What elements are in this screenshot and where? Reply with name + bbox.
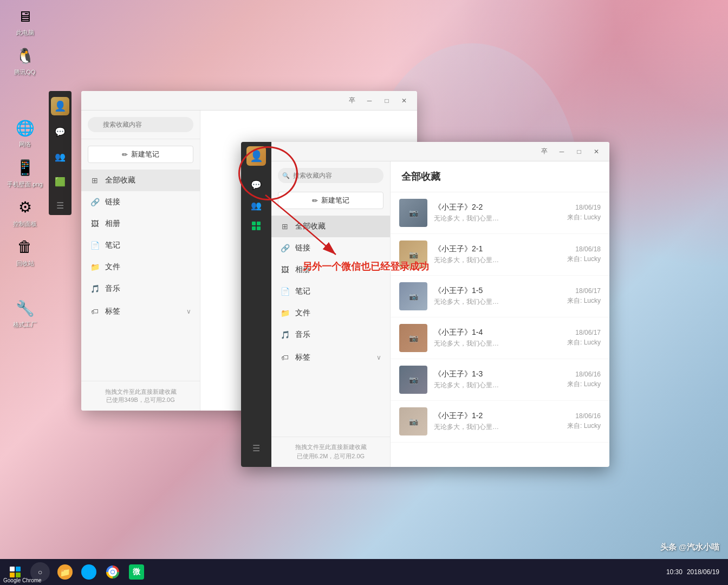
bg-grid-icon: ⊞ [90,176,100,185]
fg-search-input[interactable] [278,168,384,183]
fg-tag-icon: 🏷 [280,353,290,362]
bg-left-panel: 🔍 ✏ 新建笔记 ⊞ 全部收藏 🔗 链接 [81,110,200,411]
bg-link-icon: 🔗 [90,197,100,207]
mini-contact-icon[interactable]: 👥 [51,148,69,165]
item-title: 《小王子》1-3 [434,369,561,379]
item-source: 来自: Lucky [567,380,601,389]
fg-search-icon: 🔍 [282,172,290,179]
bg-pin-button[interactable]: 卒 [346,94,359,107]
item-date: 18/06/16 [567,412,601,420]
fg-contacts-icon[interactable]: 👥 [248,197,265,214]
desktop-icon-computer[interactable]: 🖥 此电脑 [5,5,44,36]
bg-minimize-button[interactable]: ─ [363,94,376,107]
svg-rect-0 [252,222,256,225]
bg-file-icon: 📁 [90,262,100,272]
taskbar-wechat[interactable]: 微 [126,561,147,583]
bg-close-button[interactable]: ✕ [398,94,411,107]
chrome-taskbar-label: Google Chrome [3,577,42,585]
bg-music-icon: 🎵 [90,284,100,294]
recycle-icon-label: 回收站 [16,260,34,267]
fg-maximize-button[interactable]: □ [573,145,586,158]
item-title: 《小王子》2-2 [434,203,561,212]
svg-point-7 [111,570,114,574]
item-description: 无论多大，我们心里… [434,381,561,390]
item-source: 来自: Lucky [567,338,601,347]
control-panel-icon-label: 控制面板 [13,220,37,227]
fg-footer-line1: 拖拽文件至此直接新建收藏 [277,443,385,452]
item-description: 无论多大，我们心里… [434,297,561,307]
fg-nav-links[interactable]: 🔗 链接 [271,237,390,259]
network-icon: 🌐 [14,117,36,139]
fg-nav-all-label: 全部收藏 [295,222,326,231]
bg-nav-tags[interactable]: 🏷 标签 ∨ [81,300,200,323]
360-browser-icon: 🌐 [81,564,96,580]
fg-nav-files[interactable]: 📁 文件 [271,302,390,324]
desktop-icon-network[interactable]: 🌐 网络 [5,117,44,148]
taskbar-search-icon: ○ [38,568,42,576]
bg-pencil-icon: ✏ [122,151,128,159]
fg-chat-icon[interactable]: 💬 [248,176,265,193]
fg-nav-music[interactable]: 🎵 音乐 [271,324,390,346]
fg-list-item[interactable]: 📷 《小王子》1-2 无论多大，我们心里… 18/06/16 来自: Lucky [391,401,609,443]
item-description: 无论多大，我们心里… [434,214,561,223]
fg-nav-notes[interactable]: 📄 笔记 [271,281,390,302]
fg-list-item[interactable]: 📷 《小王子》1-3 无论多大，我们心里… 18/06/16 来自: Lucky [391,359,609,401]
taskbar-file-manager[interactable]: 📁 [54,561,76,583]
svg-rect-2 [252,226,256,230]
fg-nav-tags[interactable]: 🏷 标签 ∨ [271,346,390,369]
item-description: 无论多大，我们心里… [434,422,561,432]
fg-menu-icon[interactable]: ☰ [248,439,265,457]
desktop-icon-recycle[interactable]: 🗑 回收站 [5,236,44,267]
desktop-icon-wallpaper[interactable]: 📱 手机壁面.png [5,157,44,188]
item-date: 18/06/17 [567,329,601,336]
mini-chat-icon[interactable]: 💬 [51,123,69,140]
desktop-icon-qq[interactable]: 🐧 腾讯QQ [5,45,44,76]
desktop-icon-control-panel[interactable]: ⚙ 控制面板 [5,197,44,227]
item-info: 《小王子》2-1 无论多大，我们心里… [434,244,561,265]
bg-nav-items: ⊞ 全部收藏 🔗 链接 🖼 相册 📄 笔记 [81,170,200,381]
fg-list-panel: 全部收藏 📷 《小王子》2-2 无论多大，我们心里… 18/06/19 来自: … [391,161,609,467]
fg-nav-panel: 🔍 ✏ 新建笔记 ⊞ 全部收藏 🔗 链接 [271,161,391,467]
desktop: 🖥 此电脑 🐧 腾讯QQ 🌐 网络 📱 手机壁面.png ⚙ 控制面板 🗑 回收… [0,0,728,585]
fg-nav-photos[interactable]: 🖼 相册 [271,259,390,281]
fg-list-item[interactable]: 📷 《小王子》1-4 无论多大，我们心里… 18/06/17 来自: Lucky [391,317,609,359]
fg-link-icon: 🔗 [280,243,290,253]
desktop-icon-format-factory[interactable]: 🔧 格式工厂 [5,297,44,328]
bg-maximize-button[interactable]: □ [380,94,393,107]
taskbar-date: 2018/06/19 [687,568,719,576]
fg-minimize-button[interactable]: ─ [555,145,568,158]
bg-nav-links[interactable]: 🔗 链接 [81,191,200,213]
bg-nav-photos[interactable]: 🖼 相册 [81,213,200,235]
fg-nav-all[interactable]: ⊞ 全部收藏 [271,216,390,237]
mini-avatar[interactable]: 👤 [51,97,69,115]
taskbar-system-tray: 10:30 2018/06/19 [666,568,724,576]
item-source: 来自: Lucky [567,421,601,431]
item-title: 《小王子》1-4 [434,328,561,337]
fg-window-controls: 卒 ─ □ ✕ [538,145,603,158]
mini-favorites-icon[interactable]: 🟩 [51,173,69,190]
fg-favorites-icon[interactable] [248,217,265,235]
bg-search-input[interactable] [88,117,193,132]
fg-close-button[interactable]: ✕ [590,145,603,158]
taskbar-google-chrome[interactable] [102,561,123,583]
fg-grid-icon: ⊞ [280,222,290,231]
fg-user-avatar[interactable]: 👤 [246,146,266,166]
bg-new-note-button[interactable]: ✏ 新建笔记 [88,146,193,163]
mini-menu-icon[interactable]: ☰ [56,196,64,211]
watermark: 头条 @汽水小喵 [660,542,719,552]
fg-list-item[interactable]: 📷 《小王子》2-2 无论多大，我们心里… 18/06/19 来自: Lucky [391,192,609,234]
fg-pencil-icon: ✏ [312,197,318,205]
fg-list-item[interactable]: 📷 《小王子》1-5 无论多大，我们心里… 18/06/17 来自: Lucky [391,276,609,317]
fg-new-note-button[interactable]: ✏ 新建笔记 [278,192,384,209]
item-info: 《小王子》1-5 无论多大，我们心里… [434,286,561,307]
bg-nav-notes[interactable]: 📄 笔记 [81,235,200,256]
fg-pin-button[interactable]: 卒 [538,145,551,158]
bg-nav-music[interactable]: 🎵 音乐 [81,278,200,300]
fg-list-item[interactable]: 📷 《小王子》2-1 无论多大，我们心里… 18/06/18 来自: Lucky [391,234,609,276]
taskbar-360-browser[interactable]: 🌐 [78,561,100,583]
bg-nav-files[interactable]: 📁 文件 [81,256,200,278]
fg-content-area: 🔍 ✏ 新建笔记 ⊞ 全部收藏 🔗 链接 [271,161,609,467]
bg-nav-all[interactable]: ⊞ 全部收藏 [81,170,200,191]
bg-search-area: 🔍 [81,110,200,139]
bg-tags-chevron-icon: ∨ [186,308,191,315]
